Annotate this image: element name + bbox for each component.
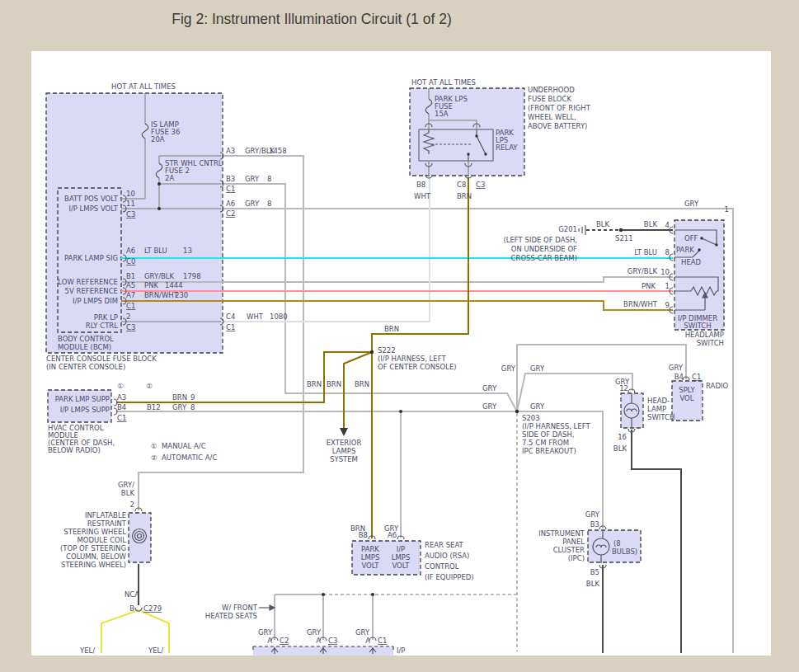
circuit-number-label: 230 <box>175 291 188 299</box>
circuit-number-label: 8 <box>267 175 271 183</box>
hvac-title: BELOW RADIO) <box>48 446 101 454</box>
wire-color-label: GRY <box>669 364 684 372</box>
hvac-pin-name: PARK LMP SUPP <box>55 395 110 403</box>
sir-title: STEERING WHEEL) <box>61 561 126 569</box>
pin-label: 11 <box>126 200 135 208</box>
pin-label: C8 <box>457 181 466 189</box>
relay-contact-dot <box>467 153 469 155</box>
wire-color-label: GRY <box>355 628 370 637</box>
splice-s211-label: S211 <box>615 234 633 242</box>
splice-s222-label: S222 <box>378 346 396 355</box>
ground-location-label: CROSS-CAR BEAM) <box>511 254 577 262</box>
junction-dot <box>157 207 161 210</box>
pin-label: 9 <box>665 301 670 309</box>
pin-label: B8 <box>416 181 425 189</box>
wire-color-label: GRY/BLK <box>627 267 658 275</box>
sir-title: (TOP OF STEERING <box>60 544 126 552</box>
wiring-diagram-canvas: HOT AT ALL TIMES IS LAMP FUSE 36 20A STR… <box>0 0 799 672</box>
junction-dot <box>157 182 161 186</box>
splice-s203-dot <box>515 410 519 413</box>
fuse36-label: 20A <box>151 135 165 143</box>
splice-s222-label: OF CENTER CONSOLE) <box>378 363 457 371</box>
connector-label: C4 <box>226 313 235 321</box>
wire-color-label: BLK <box>121 489 135 497</box>
pin-label: 12 <box>619 384 628 392</box>
wire-color-label: GRY <box>482 384 497 392</box>
wire-color-label: BLK <box>644 220 658 228</box>
heated-seats-label: HEATED SEATS <box>205 612 257 620</box>
junction-dot <box>371 593 374 596</box>
legend-label: AUTOMATIC A/C <box>162 453 217 462</box>
sir-title: RESTRAINT <box>87 519 127 528</box>
radio-title: RADIO <box>706 382 728 390</box>
connector-label: C3 <box>126 323 135 331</box>
splice-s203-label: 7.5 CM FROM <box>522 439 569 447</box>
circuit-number-label: 1444 <box>165 281 183 289</box>
connector-label: C2 <box>226 209 235 218</box>
pin-label: A6 <box>226 200 235 208</box>
switch-pivot-dot <box>715 243 717 246</box>
wire-color-label: BRN <box>307 380 322 388</box>
wire-color-label: BRN <box>457 192 472 200</box>
pin-label: B8 <box>359 531 368 539</box>
wire-color-label: GRY/BLK <box>144 272 175 280</box>
underhood-title: ABOVE BATTERY) <box>528 122 587 130</box>
wire-color-label: GRY <box>530 402 545 411</box>
pin-label: 2 <box>130 500 134 509</box>
wire-color-label: NCA <box>125 590 139 599</box>
exterior-lamps-label: EXTERIOR <box>327 439 362 447</box>
relay-contact-dot <box>484 153 486 155</box>
pin-label: B3 <box>226 175 235 183</box>
splice-s211-dot <box>619 228 623 232</box>
switch-position-label: HEAD <box>681 258 702 266</box>
wire-color-label: GRY <box>245 200 260 208</box>
wire-color-label: BRN <box>172 393 187 402</box>
ipc-bulbs-label: (8 <box>613 539 621 547</box>
rsa-title: (IF EQUIPPED) <box>425 573 474 581</box>
connector-label: C0 <box>126 257 135 266</box>
dimmer-switch-label: SWITCH <box>684 322 711 330</box>
splice-s222-dot <box>370 350 374 354</box>
ground-location-label: (LEFT SIDE OF DASH, <box>503 236 577 244</box>
wire-color-label: BRN <box>384 325 399 333</box>
connector-label: C1 <box>117 414 126 422</box>
wire-color-label: GRY <box>585 510 600 519</box>
ipc-title: INSTRUMENT <box>538 529 585 538</box>
switch-off-dot <box>700 237 703 239</box>
wire-color-label: BLK <box>596 220 610 228</box>
footnote-2-icon: ② <box>146 382 153 390</box>
pin-label: 1 <box>665 282 670 290</box>
pin-label: 1 <box>725 205 729 214</box>
pin-label: 10 <box>660 268 670 276</box>
fuse-block-title: (IN CENTER CONSOLE) <box>46 363 125 371</box>
rsa-pin-name: LMPS <box>361 553 380 562</box>
underhood-title: UNDERHOOD <box>528 86 575 94</box>
splice-s203-label: S203 <box>522 414 540 422</box>
rsa-pin-name: VOLT <box>361 562 379 570</box>
wire-color-label: BRN/WHT <box>144 291 179 299</box>
splice-s222-label: (I/P HARNESS, LEFT <box>378 355 446 363</box>
relay-contact-dot <box>475 134 477 137</box>
pin-label: B4 <box>674 373 684 381</box>
radio-pin-name: VOL <box>679 394 693 402</box>
rsa-pin-name: VOLT <box>392 562 410 570</box>
wire-color-label: BLK <box>613 444 627 453</box>
hlb-title: HEAD- <box>647 397 670 405</box>
circuit-number-label: 1080 <box>270 313 288 321</box>
fuse2-label: 2A <box>165 174 174 182</box>
rsa-pin-name: I/P <box>397 545 406 553</box>
connector-label: C1 <box>126 302 135 310</box>
connector-label: C3 <box>126 210 135 219</box>
circuit-number-label: 1798 <box>183 272 201 280</box>
hlb-title: LAMP <box>647 405 666 413</box>
connector-label: C1 <box>378 637 387 645</box>
connector-label: C1 <box>692 373 701 381</box>
pin-label: B12 <box>147 403 161 411</box>
bcm-pin-name: RLY CTRL <box>86 322 118 330</box>
underhood-title: WHEEL WELL, <box>528 113 576 121</box>
connector-label: C1 <box>226 323 235 331</box>
bcm-pin-name: I/P LMPS VOLT <box>68 204 118 213</box>
underhood-title: FUSE BLOCK <box>528 95 571 103</box>
connector-label: C279 <box>143 604 162 613</box>
exterior-lamps-label: LAMPS <box>332 447 356 455</box>
